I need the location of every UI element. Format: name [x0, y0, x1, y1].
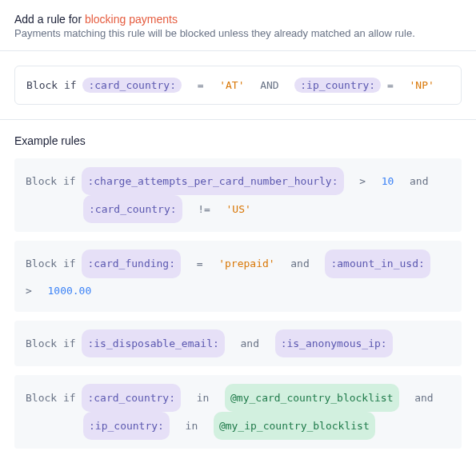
example-prefix: Block if [26, 175, 82, 187]
example-variable: @my_card_country_blocklist [225, 384, 399, 412]
example-op: = [197, 257, 203, 269]
header: Add a rule for blocking payments Payment… [0, 0, 476, 51]
example-field: :card_funding: [82, 249, 181, 277]
example-op: in [186, 420, 198, 432]
example-op: in [197, 392, 210, 404]
example-op: > [26, 285, 32, 297]
example-value: 'US' [226, 203, 251, 215]
example-field: :is_anonymous_ip: [275, 329, 393, 357]
title-highlight: blocking payments [85, 13, 178, 26]
example-value: 1000.00 [47, 285, 91, 297]
example-prefix: Block if [26, 337, 82, 349]
rule-input[interactable]: Block if :card_country: = 'AT' AND :ip_c… [14, 66, 462, 105]
example-rule[interactable]: Block if :charge_attempts_per_card_numbe… [14, 158, 462, 232]
examples-title: Example rules [14, 134, 462, 147]
rule-prefix: Block if [26, 79, 82, 91]
rule-field-ip-country: :ip_country: [294, 78, 381, 93]
example-field: :card_country: [83, 195, 182, 223]
example-op: > [359, 175, 366, 187]
example-rule[interactable]: Block if :card_funding: = 'prepaid' and … [14, 241, 462, 311]
example-and: and [290, 257, 309, 269]
rule-field-card-country: :card_country: [82, 78, 182, 93]
example-prefix: Block if [26, 257, 82, 269]
title-prefix: Add a rule for [14, 13, 85, 26]
example-field: :ip_country: [83, 412, 170, 440]
example-rule[interactable]: Block if :card_country: in @my_card_coun… [14, 375, 462, 449]
rule-input-section: Block if :card_country: = 'AT' AND :ip_c… [0, 51, 476, 120]
example-rule[interactable]: Block if :is_disposable_email: and :is_a… [14, 321, 462, 366]
example-and: and [414, 392, 433, 404]
example-variable: @my_ip_country_blocklist [214, 412, 375, 440]
example-value: 10 [382, 175, 394, 187]
rule-and: AND [260, 79, 278, 91]
example-field: :card_country: [82, 384, 181, 412]
example-field: :amount_in_usd: [325, 249, 430, 277]
page-subtitle: Payments matching this rule will be bloc… [14, 27, 462, 39]
page-title: Add a rule for blocking payments [14, 13, 462, 26]
example-and: and [240, 337, 258, 349]
example-value: 'prepaid' [218, 257, 274, 269]
example-op: != [198, 203, 210, 215]
example-field: :charge_attempts_per_card_number_hourly: [82, 167, 343, 195]
example-and: and [410, 175, 428, 187]
rule-op: = [198, 79, 204, 91]
example-prefix: Block if [26, 392, 82, 404]
rule-value: 'NP' [410, 79, 434, 91]
rule-op: = [387, 79, 394, 91]
examples-section: Example rules Block if :charge_attempts_… [0, 120, 476, 451]
example-field: :is_disposable_email: [82, 329, 224, 357]
rule-value: 'AT' [219, 79, 244, 91]
